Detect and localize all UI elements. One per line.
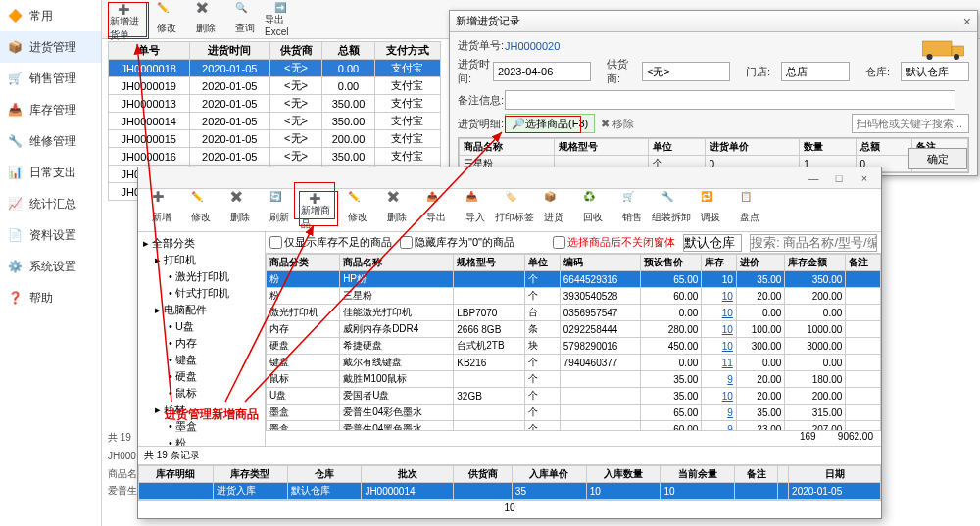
goods-tb-15[interactable]: 📋盘点 [730,191,769,226]
table-row[interactable]: JH00000152020-01-05<无>200.00支付宝 [109,130,441,148]
tree-node[interactable]: • 硬盘 [141,368,262,385]
goods-tb-12[interactable]: 🛒销售 [612,191,652,226]
tree-node[interactable]: ▸ 打印机 [141,252,262,268]
goods-tb-8[interactable]: 📥导入 [456,191,495,226]
keep-open-check[interactable]: 选择商品后不关闭窗体 [553,235,675,250]
toolbar-export[interactable]: ➡️导出Excel [265,2,304,37]
truck-icon [922,36,971,62]
sidebar-item-2[interactable]: 🛒销售管理 [0,63,101,94]
goods-tb-10[interactable]: 📦进货 [534,191,573,226]
sidebar-icon: 📥 [6,101,24,119]
table-row[interactable]: JH00000162020-01-05<无>350.00支付宝 [109,148,441,166]
supplier-input[interactable] [642,62,730,81]
svg-point-3 [954,54,959,60]
goods-tb-2[interactable]: ✖️删除 [220,191,260,226]
sidebar-icon: 🛒 [6,70,24,87]
purchase-date-input[interactable] [493,62,591,81]
warehouse-filter[interactable] [683,234,742,252]
goods-row[interactable]: 键盘戴尔有线键盘KB216个79404603770.00110.000.00 [267,355,881,371]
sidebar-item-0[interactable]: 🔶常用 [0,0,101,31]
new-purchase-dialog: 新增进货记录 × 进货单号:JH0000020 进货时间: 供货商: 门店: 仓… [449,10,978,176]
store-input[interactable] [781,62,850,81]
toolbar-search[interactable]: 🔍查询 [225,2,265,37]
goods-tb-0[interactable]: ➕新增 [142,191,181,226]
filter-zero-stock[interactable]: 隐藏库存为"0"的商品 [400,235,514,250]
goods-dialog: — □ × ➕新增✏️修改✖️删除🔄刷新➕新增商品✏️修改✖️删除📤导出📥导入🏷… [137,167,882,519]
goods-tb-3[interactable]: 🔄刷新 [260,191,299,226]
tree-node[interactable]: • 键盘 [141,352,262,368]
sidebar-icon: 📦 [6,38,24,56]
truncated-name: 商品名 [108,467,137,481]
table-row[interactable]: JH00000182020-01-05<无>0.00支付宝 [109,60,441,77]
svg-rect-0 [922,41,952,56]
table-row[interactable]: JH00000142020-01-05<无>350.00支付宝 [109,113,441,130]
goods-row[interactable]: 粉三星粉个393054052860.001020.00200.00 [267,288,881,305]
toolbar-edit[interactable]: ✏️修改 [147,2,186,37]
sidebar-item-1[interactable]: 📦进货管理 [0,31,101,63]
scan-search-input[interactable] [852,114,969,133]
sidebar-item-7[interactable]: 📄资料设置 [0,219,101,251]
dialog-title: 新增进货记录 [456,14,520,28]
goods-row[interactable]: 墨盒爱普生04黑色墨水个60.00923.00207.00 [267,421,881,431]
table-row[interactable]: JH00000132020-01-05<无>350.00支付宝 [109,95,441,113]
goods-tb-7[interactable]: 📤导出 [416,191,456,226]
tree-node[interactable]: • 内存 [141,335,262,352]
svg-point-2 [927,54,933,60]
sidebar-icon: 🔧 [6,132,24,150]
toolbar-delete[interactable]: ✖️删除 [186,2,225,37]
dialog-title-bar[interactable]: 新增进货记录 × [450,11,977,32]
goods-tb-6[interactable]: ✖️删除 [377,191,416,226]
goods-tb-5[interactable]: ✏️修改 [338,191,377,226]
select-goods-button[interactable]: 🔎 选择商品(F3) [505,114,595,133]
sidebar-item-8[interactable]: ⚙️系统设置 [0,251,101,282]
close-icon[interactable]: × [852,172,877,184]
record-count: 共 19 条记录 [138,446,881,464]
tree-node[interactable]: ▸ 全部分类 [141,235,262,252]
tree-node[interactable]: • 激光打印机 [141,268,262,285]
goods-tb-9[interactable]: 🏷️打印标签 [495,191,534,226]
goods-toolbar: ➕新增✏️修改✖️删除🔄刷新➕新增商品✏️修改✖️删除📤导出📥导入🏷️打印标签📦… [138,189,881,232]
toolbar-add-label: 新增进货单 [110,15,145,42]
goods-row[interactable]: 鼠标戴胜M100鼠标个35.00920.00180.00 [267,371,881,388]
tree-node[interactable]: • U盘 [141,318,262,335]
goods-row[interactable]: 粉HP粉个664452931665.001035.00350.00 [267,271,881,288]
remove-button[interactable]: ✖ 移除 [601,117,634,131]
tree-node[interactable]: • 粉 [141,435,262,446]
memo-input[interactable] [505,90,956,110]
sidebar-item-3[interactable]: 📥库存管理 [0,94,101,125]
warehouse-input[interactable] [901,62,969,81]
goods-row[interactable]: 激光打印机佳能激光打印机LBP7070台03569575470.00100.00… [267,305,881,321]
sidebar-item-5[interactable]: 📊日常支出 [0,157,101,188]
stock-detail-table: 库存明细库存类型仓库批次供货商入库单价入库数量当前余量备注日期进货入库默认仓库J… [138,464,881,500]
table-row[interactable]: JH00000192020-01-05<无>0.00支付宝 [109,77,441,95]
annotation-text: 进货管理新增商品 [165,406,259,423]
sidebar-icon: 📈 [6,195,24,213]
tree-node[interactable]: • 鼠标 [141,385,262,402]
maximize-icon[interactable]: □ [826,172,852,184]
sidebar-item-6[interactable]: 📈统计汇总 [0,188,101,219]
goods-search-input[interactable] [750,234,877,252]
goods-table[interactable]: 商品分类商品名称规格型号单位编码预设售价库存进价库存金额备注粉HP粉个66445… [266,254,881,430]
sidebar-icon: ⚙️ [6,258,24,275]
tree-node[interactable]: ▸ 电脑配件 [141,302,262,318]
minimize-icon[interactable]: — [801,172,826,184]
goods-row[interactable]: 墨盒爱普生04彩色墨水个65.00935.00315.00 [267,405,881,421]
close-icon[interactable]: × [963,14,971,29]
sidebar-item-9[interactable]: ❓帮助 [0,282,101,313]
filter-low-stock[interactable]: 仅显示库存不足的商品 [270,235,392,250]
truncated-no: JH000 [108,451,136,461]
tree-node[interactable]: • 针式打印机 [141,285,262,302]
goods-tb-1[interactable]: ✏️修改 [181,191,220,226]
goods-tb-13[interactable]: 🔧组装拆卸 [652,191,691,226]
toolbar-add-purchase[interactable]: ➕新增进货单 [108,2,147,37]
goods-row[interactable]: 硬盘希捷硬盘台式机2TB块5798290016450.0010300.00300… [267,338,881,355]
goods-row[interactable]: 内存威刚内存条DDR42666 8GB条0292258444280.001010… [267,321,881,338]
goods-tb-4[interactable]: ➕新增商品 [299,191,338,226]
purchase-no: JH0000020 [505,40,560,52]
goods-tb-14[interactable]: 🔁调拨 [691,191,730,226]
goods-row[interactable]: U盘爱国者U盘32GB个35.001020.00200.00 [267,388,881,405]
goods-tb-11[interactable]: ♻️回收 [573,191,612,226]
sidebar-icon: 📊 [6,164,24,181]
confirm-button[interactable]: 确定 [908,148,967,169]
sidebar-item-4[interactable]: 🔧维修管理 [0,125,101,157]
